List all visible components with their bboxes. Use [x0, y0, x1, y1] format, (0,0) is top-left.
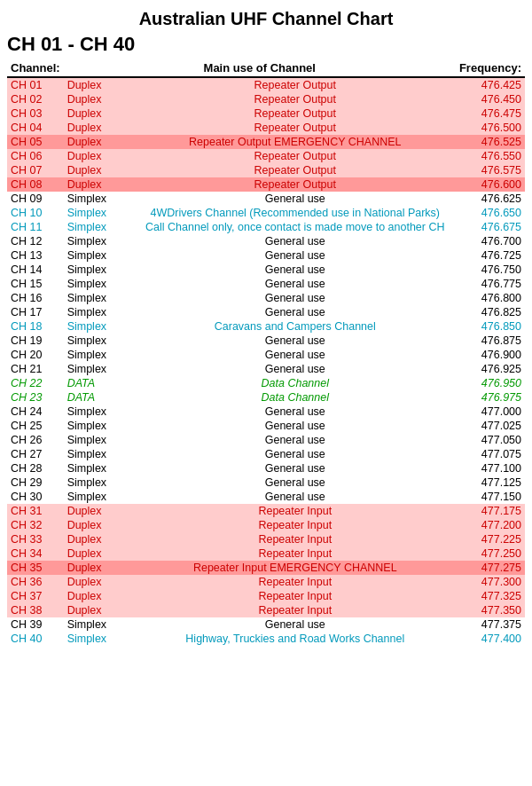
cell-channel-id: CH 22 [7, 376, 64, 390]
cell-channel-main: Repeater Input [135, 518, 456, 532]
table-row: CH 17 Simplex General use 476.825 [7, 305, 525, 319]
cell-channel-type: Duplex [64, 561, 135, 575]
table-row: CH 14 Simplex General use 476.750 [7, 263, 525, 277]
cell-channel-id: CH 09 [7, 192, 64, 206]
table-row: CH 19 Simplex General use 476.875 [7, 334, 525, 348]
cell-channel-type: Simplex [64, 220, 135, 234]
cell-channel-id: CH 03 [7, 106, 64, 121]
cell-channel-id: CH 16 [7, 291, 64, 305]
cell-channel-main: Repeater Output [135, 149, 456, 163]
cell-channel-main: General use [135, 447, 456, 461]
cell-channel-id: CH 06 [7, 149, 64, 163]
table-row: CH 25 Simplex General use 477.025 [7, 419, 525, 433]
channel-table: Channel: Main use of Channel Frequency: … [7, 59, 525, 646]
cell-channel-main: Repeater Output [135, 163, 456, 177]
cell-channel-freq: 477.300 [456, 575, 525, 589]
cell-channel-freq: 477.325 [456, 589, 525, 603]
cell-channel-main: Caravans and Campers Channel [135, 319, 456, 334]
cell-channel-id: CH 38 [7, 603, 64, 617]
cell-channel-id: CH 13 [7, 248, 64, 263]
cell-channel-main: General use [135, 617, 456, 632]
cell-channel-type: Simplex [64, 277, 135, 291]
page-subtitle: CH 01 - CH 40 [7, 33, 525, 56]
table-row: CH 28 Simplex General use 477.100 [7, 461, 525, 476]
header-channel: Channel: [7, 59, 64, 77]
cell-channel-type: Duplex [64, 518, 135, 532]
cell-channel-main: Call Channel only, once contact is made … [135, 220, 456, 234]
table-row: CH 18 Simplex Caravans and Campers Chann… [7, 319, 525, 334]
cell-channel-id: CH 20 [7, 348, 64, 362]
cell-channel-freq: 476.575 [456, 163, 525, 177]
table-row: CH 02 Duplex Repeater Output 476.450 [7, 92, 525, 106]
cell-channel-main: Repeater Input [135, 532, 456, 546]
cell-channel-freq: 476.550 [456, 149, 525, 163]
table-row: CH 09 Simplex General use 476.625 [7, 192, 525, 206]
cell-channel-type: Simplex [64, 461, 135, 476]
table-row: CH 31 Duplex Repeater Input 477.175 [7, 504, 525, 518]
table-row: CH 07 Duplex Repeater Output 476.575 [7, 163, 525, 177]
table-row: CH 20 Simplex General use 476.900 [7, 348, 525, 362]
cell-channel-freq: 476.425 [456, 77, 525, 92]
cell-channel-id: CH 23 [7, 390, 64, 405]
cell-channel-main: General use [135, 490, 456, 504]
cell-channel-type: Simplex [64, 433, 135, 447]
cell-channel-id: CH 11 [7, 220, 64, 234]
cell-channel-freq: 477.225 [456, 532, 525, 546]
table-row: CH 15 Simplex General use 476.775 [7, 277, 525, 291]
cell-channel-main: General use [135, 234, 456, 248]
cell-channel-type: Simplex [64, 632, 135, 646]
cell-channel-id: CH 31 [7, 504, 64, 518]
cell-channel-id: CH 19 [7, 334, 64, 348]
cell-channel-type: Duplex [64, 77, 135, 92]
cell-channel-type: Simplex [64, 305, 135, 319]
cell-channel-freq: 476.900 [456, 348, 525, 362]
cell-channel-main: General use [135, 277, 456, 291]
cell-channel-type: Simplex [64, 490, 135, 504]
cell-channel-main: General use [135, 192, 456, 206]
cell-channel-freq: 476.850 [456, 319, 525, 334]
cell-channel-freq: 476.525 [456, 135, 525, 149]
cell-channel-freq: 477.275 [456, 561, 525, 575]
cell-channel-type: Simplex [64, 617, 135, 632]
cell-channel-freq: 477.350 [456, 603, 525, 617]
cell-channel-id: CH 21 [7, 362, 64, 376]
cell-channel-freq: 476.600 [456, 177, 525, 192]
cell-channel-freq: 476.625 [456, 192, 525, 206]
table-row: CH 32 Duplex Repeater Input 477.200 [7, 518, 525, 532]
cell-channel-main: Repeater Output [135, 121, 456, 135]
cell-channel-type: Duplex [64, 163, 135, 177]
cell-channel-freq: 476.450 [456, 92, 525, 106]
table-row: CH 04 Duplex Repeater Output 476.500 [7, 121, 525, 135]
cell-channel-type: Duplex [64, 92, 135, 106]
cell-channel-main: Repeater Output EMERGENCY CHANNEL [135, 135, 456, 149]
table-row: CH 24 Simplex General use 477.000 [7, 405, 525, 419]
cell-channel-main: Repeater Input [135, 589, 456, 603]
cell-channel-main: General use [135, 461, 456, 476]
cell-channel-id: CH 15 [7, 277, 64, 291]
header-main: Main use of Channel [64, 59, 456, 77]
cell-channel-id: CH 07 [7, 163, 64, 177]
cell-channel-main: General use [135, 263, 456, 277]
cell-channel-main: Highway, Truckies and Road Works Channel [135, 632, 456, 646]
cell-channel-id: CH 34 [7, 546, 64, 561]
cell-channel-freq: 476.500 [456, 121, 525, 135]
cell-channel-type: Simplex [64, 206, 135, 220]
table-row: CH 05 Duplex Repeater Output EMERGENCY C… [7, 135, 525, 149]
cell-channel-id: CH 35 [7, 561, 64, 575]
cell-channel-freq: 476.950 [456, 376, 525, 390]
header-frequency: Frequency: [456, 59, 525, 77]
cell-channel-main: Repeater Output [135, 177, 456, 192]
cell-channel-freq: 477.250 [456, 546, 525, 561]
cell-channel-freq: 477.400 [456, 632, 525, 646]
cell-channel-id: CH 30 [7, 490, 64, 504]
cell-channel-freq: 476.775 [456, 277, 525, 291]
cell-channel-id: CH 28 [7, 461, 64, 476]
cell-channel-main: Repeater Input [135, 603, 456, 617]
cell-channel-id: CH 24 [7, 405, 64, 419]
cell-channel-main: General use [135, 362, 456, 376]
cell-channel-main: Repeater Output [135, 106, 456, 121]
cell-channel-freq: 477.100 [456, 461, 525, 476]
table-row: CH 16 Simplex General use 476.800 [7, 291, 525, 305]
table-row: CH 30 Simplex General use 477.150 [7, 490, 525, 504]
page-title: Australian UHF Channel Chart [7, 9, 525, 29]
